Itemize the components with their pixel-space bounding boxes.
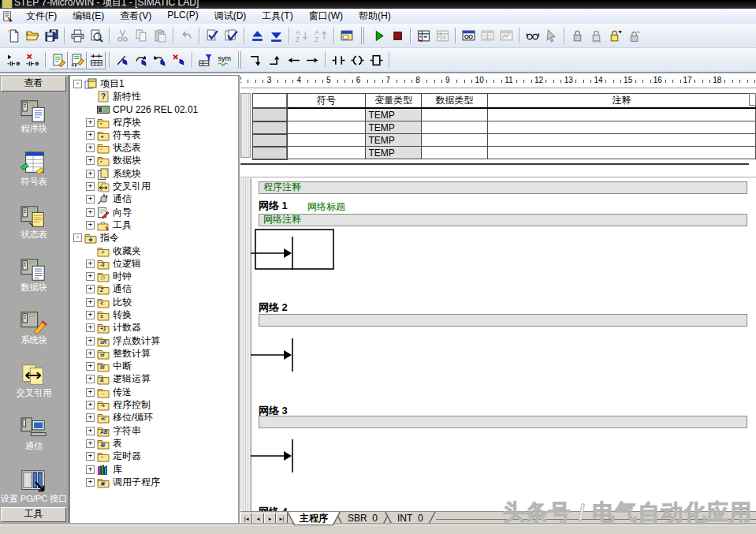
tree-expander[interactable]: + [86,144,95,152]
sheet-tab-SBR_0[interactable]: SBR_0 [335,512,390,525]
tree-expander[interactable]: + [86,131,95,140]
delete-line-button[interactable] [169,51,188,69]
tree-item[interactable]: +±I整数计算 [70,347,238,360]
tree-item[interactable]: +◷时钟 [70,270,238,282]
pause-status-chart-button[interactable] [478,27,497,45]
tree-item[interactable]: +Z通信 [70,283,238,296]
sheet-tab-主程序[interactable]: 主程序 [287,512,341,525]
tree-item[interactable]: +±转换 [70,308,238,321]
tree-item[interactable]: +交叉引用 [70,180,238,192]
var-type-cell[interactable]: TEMP [366,147,422,159]
tree-expander[interactable]: + [86,401,95,409]
tree-item[interactable]: +±R浮点数计算 [70,334,238,347]
menu-item-1[interactable]: 编辑(E) [65,9,112,24]
print-preview-button[interactable] [87,27,106,45]
tree-item[interactable]: ✳收藏夹 [70,245,238,257]
run-button[interactable] [369,27,388,45]
tree-expander[interactable]: + [86,311,95,319]
menu-item-3[interactable]: PLC(P) [159,9,206,24]
stop-button[interactable] [388,27,407,45]
column-header-2[interactable]: 数据类型 [422,94,488,109]
sidebar-item-symbol-table[interactable]: 符号表 [0,151,68,200]
comment-cell[interactable] [488,121,756,134]
tree-item[interactable]: +系统块 [70,167,238,180]
tree-item[interactable]: +-‖位逻辑 [70,257,238,270]
data-type-cell[interactable] [422,134,488,147]
draw-line-button[interactable] [113,51,132,69]
var-type-cell[interactable]: TEMP [366,108,422,121]
network-rung[interactable] [251,335,361,377]
network-rung-selected[interactable] [251,229,361,277]
tree-expander[interactable]: + [86,118,95,127]
view-bar-header[interactable]: 查看 [1,77,66,91]
tree-item[interactable]: CPU 226 REL 02.01 [70,103,238,116]
tree-expander[interactable]: - [73,80,82,88]
sidebar-item-status-chart[interactable]: 状态表 [0,204,68,252]
tree-item[interactable]: +AB字符串 [70,424,238,437]
tree-item[interactable]: +↷程序控制 [70,398,238,411]
var-type-cell[interactable]: TEMP [366,121,422,134]
tree-expander[interactable]: + [86,170,95,178]
new-project-button[interactable] [4,27,23,45]
menu-item-5[interactable]: 工具(T) [254,9,300,24]
tree-expander[interactable]: + [86,427,95,435]
compile-all-button[interactable] [222,27,240,45]
column-header-3[interactable]: 注释 [488,94,756,109]
tree-item[interactable]: +<比较 [70,296,238,308]
network-rung[interactable] [251,436,361,478]
menu-item-0[interactable]: 文件(F) [18,9,65,24]
read-all-forced-button[interactable] [605,27,624,45]
cut-button[interactable] [113,27,132,45]
tree-item[interactable]: +向导 [70,206,238,218]
tree-expander[interactable]: + [86,221,95,230]
network-comment-bar[interactable]: 网络注释 [259,214,747,226]
sidebar-item-system-block[interactable]: 系统块 [0,310,68,358]
row-header[interactable] [253,108,287,121]
tree-item[interactable]: +III中断 [70,360,238,373]
var-type-cell[interactable]: TEMP [366,134,422,147]
tree-expander[interactable]: + [86,260,95,268]
next-tab-button[interactable]: ▸ [264,513,276,525]
draw-line-up-button[interactable] [132,51,151,69]
tree-expander[interactable]: + [86,349,95,358]
tree-item[interactable]: +通信 [70,193,238,206]
force-button[interactable] [568,27,587,45]
delete-network-button[interactable] [23,51,42,69]
toggle-symbolic-addressing-button[interactable]: sym [214,51,233,69]
tree-item[interactable]: ++1计数器 [70,322,238,334]
tree-expander[interactable]: + [86,388,95,397]
symbol-cell[interactable] [287,121,366,134]
menu-item-2[interactable]: 查看(V) [112,9,159,24]
network-comment-bar[interactable] [259,314,747,327]
symbol-cell[interactable] [287,134,366,147]
tree-item[interactable]: +&逻辑运算 [70,373,238,386]
tree-item[interactable]: +▪程序块 [70,116,238,129]
sidebar-item-communication[interactable]: 通信 [0,416,68,464]
tree-expander[interactable]: + [86,182,95,191]
copy-button[interactable] [132,27,151,45]
unforce-button[interactable] [587,27,605,45]
tree-item[interactable]: +▣调用子程序 [70,476,238,488]
tree-expander[interactable]: + [86,362,95,371]
tree-item[interactable]: +▪数据块 [70,155,238,167]
tree-item[interactable]: ?新特性 [70,90,238,103]
network-comment-bar[interactable] [259,416,747,428]
compile-button[interactable] [203,27,222,45]
column-header-1[interactable]: 变量类型 [366,94,422,109]
prev-tab-button[interactable]: ◂ [252,513,264,525]
menu-item-4[interactable]: 调试(D) [207,9,255,24]
line-up-button[interactable] [265,51,284,69]
data-type-cell[interactable] [422,147,488,159]
network-title[interactable]: 网络标题 [307,200,345,214]
sort-ascending-button[interactable]: AZ [292,27,311,45]
tree-expander[interactable]: + [86,337,95,345]
tree-expander[interactable]: + [86,323,95,332]
tree-item[interactable]: +≪移位/循环 [70,412,238,424]
coil-button[interactable] [348,51,367,69]
pause-program-status-button[interactable] [433,27,452,45]
toggle-pou-comments-button[interactable] [49,51,68,69]
tree-expander[interactable]: + [86,298,95,307]
symbol-table-filter-button[interactable] [196,51,214,69]
tree-item[interactable]: +◔定时器 [70,450,238,463]
contact-button[interactable] [329,51,348,69]
